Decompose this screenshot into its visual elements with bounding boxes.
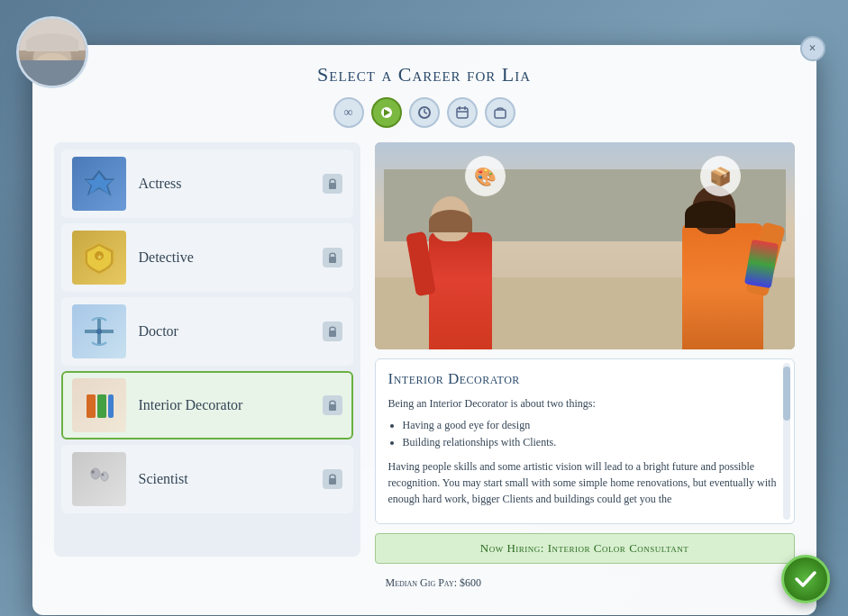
doctor-icon bbox=[72, 304, 126, 358]
filter-row: ∞ bbox=[54, 97, 795, 128]
svg-rect-18 bbox=[329, 331, 336, 337]
scene-icon-left: 🎨 bbox=[465, 156, 506, 196]
svg-point-29 bbox=[101, 474, 104, 476]
detail-bullet-2: Building relationships with Clients. bbox=[403, 434, 781, 451]
interior-decorator-icon bbox=[72, 378, 126, 432]
avatar-face bbox=[19, 19, 86, 86]
pay-row: Median Gig Pay: $600 bbox=[375, 573, 795, 593]
detail-panel: 🎨 📦 Interior Decorator Being an Interior… bbox=[375, 142, 795, 593]
career-list: Actress ★ Detective bbox=[54, 142, 360, 557]
filter-freelance[interactable] bbox=[485, 97, 515, 128]
career-item-doctor[interactable]: Doctor bbox=[61, 297, 353, 366]
detective-label: Detective bbox=[139, 249, 323, 266]
svg-rect-4 bbox=[457, 108, 468, 118]
svg-rect-22 bbox=[108, 394, 114, 418]
svg-rect-21 bbox=[87, 394, 96, 418]
filter-active[interactable] bbox=[371, 97, 402, 128]
filter-all[interactable]: ∞ bbox=[333, 97, 364, 128]
close-button[interactable]: × bbox=[800, 36, 825, 61]
svg-rect-8 bbox=[495, 110, 506, 118]
actress-lock bbox=[323, 174, 342, 194]
career-item-actress[interactable]: Actress bbox=[61, 149, 353, 218]
career-item-scientist[interactable]: Scientist bbox=[61, 445, 353, 513]
interior-decorator-lock bbox=[323, 395, 342, 415]
filter-time[interactable] bbox=[409, 97, 440, 128]
detail-description-intro: Being an Interior Decorator is about two… bbox=[388, 395, 781, 412]
scene-char-man bbox=[411, 169, 510, 349]
detail-career-title: Interior Decorator bbox=[388, 370, 781, 388]
filter-schedule[interactable] bbox=[447, 97, 478, 128]
actress-label: Actress bbox=[139, 176, 323, 192]
detail-content: Interior Decorator Being an Interior Dec… bbox=[375, 358, 795, 524]
confirm-button[interactable] bbox=[781, 555, 830, 603]
svg-line-3 bbox=[424, 113, 427, 113]
doctor-label: Doctor bbox=[139, 323, 323, 340]
scientist-icon bbox=[72, 452, 126, 506]
svg-rect-23 bbox=[97, 394, 106, 418]
career-item-interior-decorator[interactable]: Interior Decorator bbox=[61, 371, 353, 439]
scientist-lock bbox=[323, 469, 342, 489]
avatar bbox=[16, 16, 88, 88]
detective-icon: ★ bbox=[72, 231, 126, 285]
svg-rect-30 bbox=[329, 478, 336, 485]
career-item-detective[interactable]: ★ Detective bbox=[61, 223, 353, 292]
scientist-label: Scientist bbox=[139, 471, 323, 487]
pay-amount: 600 bbox=[465, 576, 481, 589]
dialog-title: Select a Career for Lia bbox=[54, 63, 795, 86]
svg-rect-14 bbox=[329, 257, 336, 263]
svg-rect-11 bbox=[329, 183, 336, 189]
detail-image: 🎨 📦 bbox=[375, 142, 795, 349]
interior-decorator-label: Interior Decorator bbox=[139, 397, 323, 413]
checkmark-icon bbox=[793, 566, 818, 592]
pay-label: Median Gig Pay: bbox=[386, 576, 458, 589]
content-area: Actress ★ Detective bbox=[54, 142, 795, 593]
detail-description-body: Having people skills and some artistic v… bbox=[388, 458, 781, 507]
detail-bullet-1: Having a good eye for design bbox=[403, 417, 781, 434]
avatar-clothes bbox=[19, 60, 86, 86]
detail-scrollbar[interactable] bbox=[783, 363, 790, 520]
career-dialog: × Select a Career for Lia ∞ bbox=[32, 45, 816, 615]
avatar-hair-front bbox=[26, 33, 78, 51]
svg-rect-24 bbox=[329, 404, 336, 411]
svg-text:★: ★ bbox=[96, 253, 102, 261]
detail-scrollbar-thumb bbox=[783, 367, 790, 421]
detail-bullets: Having a good eye for design Building re… bbox=[403, 417, 781, 451]
svg-point-26 bbox=[101, 472, 108, 481]
scene-icon-right: 📦 bbox=[700, 156, 741, 196]
detective-lock bbox=[323, 248, 342, 267]
actress-icon bbox=[72, 157, 126, 211]
svg-point-17 bbox=[96, 329, 102, 334]
hiring-badge: Now Hiring: Interior Color Consultant bbox=[375, 533, 795, 564]
svg-point-27 bbox=[91, 468, 100, 479]
svg-point-28 bbox=[91, 470, 95, 474]
doctor-lock bbox=[323, 322, 342, 341]
